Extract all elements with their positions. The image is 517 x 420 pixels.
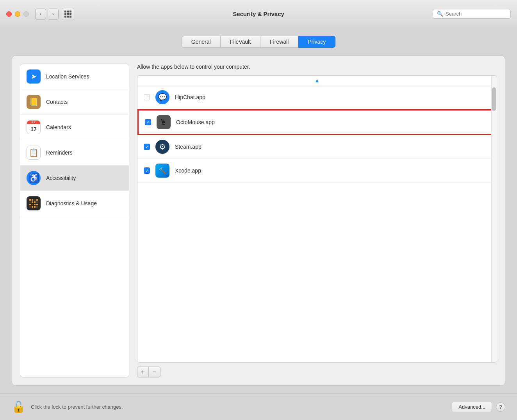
tab-privacy[interactable]: Privacy <box>298 36 335 48</box>
tabs-container: General FileVault Firewall Privacy <box>12 36 505 48</box>
grid-dot <box>67 11 69 12</box>
search-icon: 🔍 <box>437 11 443 17</box>
bottom-bar: 🔓 Click the lock to prevent further chan… <box>0 393 517 420</box>
window-controls <box>6 11 29 17</box>
lock-text: Click the lock to prevent further change… <box>31 404 123 410</box>
grid-dot <box>70 11 71 12</box>
minimize-button[interactable] <box>15 11 20 17</box>
grid-dot <box>64 11 66 12</box>
scroll-up-arrow-icon: ▲ <box>314 77 320 84</box>
scroll-top-indicator: ▲ <box>137 76 497 85</box>
grid-icon <box>64 11 71 18</box>
xcode-checkbox[interactable]: ✓ <box>144 167 150 174</box>
sidebar-label-calendars: Calendars <box>46 124 71 130</box>
titlebar: ‹ › Security & Privacy 🔍 <box>0 0 517 28</box>
sidebar-item-contacts[interactable]: 📒 Contacts <box>20 89 129 115</box>
app-row-steam[interactable]: ✓ ⚙ Steam.app <box>137 135 497 159</box>
cal-body: 17 <box>30 126 37 132</box>
nav-buttons: ‹ › <box>35 9 59 20</box>
contacts-person-icon: 📒 <box>29 97 39 107</box>
diagnostics-icon <box>27 196 41 210</box>
tab-general[interactable]: General <box>182 36 221 48</box>
steam-icon: ⚙ <box>155 140 169 154</box>
xcode-icon: 🔨 <box>155 164 169 178</box>
reminders-list-icon: 📋 <box>29 148 39 157</box>
help-button[interactable]: ? <box>496 402 505 412</box>
window-title: Security & Privacy <box>233 11 284 17</box>
search-input[interactable] <box>446 11 506 17</box>
hipchat-checkbox[interactable] <box>144 94 150 100</box>
sidebar-label-diagnostics: Diagnostics & Usage <box>46 200 97 206</box>
hipchat-app-name: HipChat.app <box>175 94 205 100</box>
sidebar-item-reminders[interactable]: 📋 Reminders <box>20 140 129 166</box>
forward-button[interactable]: › <box>48 9 59 20</box>
reminders-icon: 📋 <box>27 146 41 160</box>
grid-dot <box>70 13 71 15</box>
hipchat-icon: 💬 <box>155 90 169 104</box>
app-list: ▲ 💬 HipChat.app ✓ 🖱 <box>137 75 497 363</box>
sidebar-label-contacts: Contacts <box>46 99 68 105</box>
panel-description: Allow the apps below to control your com… <box>137 64 497 70</box>
accessibility-person-icon: ♿ <box>29 173 39 183</box>
grid-dot <box>64 16 66 18</box>
sidebar-item-location-services[interactable]: ➤ Location Services <box>20 64 129 89</box>
accessibility-icon: ♿ <box>27 171 41 185</box>
xcode-app-name: Xcode.app <box>175 167 201 174</box>
add-app-button[interactable]: + <box>137 367 149 377</box>
location-services-icon: ➤ <box>27 69 41 84</box>
cal-header: JUL <box>27 121 40 124</box>
maximize-button[interactable] <box>23 11 29 17</box>
grid-view-button[interactable] <box>62 8 74 20</box>
lock-icon[interactable]: 🔓 <box>12 400 25 413</box>
tab-firewall[interactable]: Firewall <box>260 36 298 48</box>
sidebar-label-location-services: Location Services <box>46 73 89 80</box>
search-bar[interactable]: 🔍 <box>433 9 511 19</box>
app-row-xcode[interactable]: ✓ 🔨 Xcode.app <box>137 159 497 183</box>
sidebar-label-reminders: Reminders <box>46 149 73 156</box>
close-button[interactable] <box>6 11 12 17</box>
back-button[interactable]: ‹ <box>35 9 46 20</box>
advanced-button[interactable]: Advanced... <box>452 402 492 412</box>
right-panel: Allow the apps below to control your com… <box>137 64 497 377</box>
app-list-inner[interactable]: ▲ 💬 HipChat.app ✓ 🖱 <box>137 76 497 362</box>
sidebar-item-accessibility[interactable]: ♿ Accessibility <box>20 166 129 191</box>
sidebar: ➤ Location Services 📒 Contacts JUL 17 <box>20 64 129 377</box>
contacts-icon: 📒 <box>27 95 41 109</box>
list-controls: + − <box>137 367 497 377</box>
sidebar-item-diagnostics[interactable]: Diagnostics & Usage <box>20 191 129 216</box>
octomouse-checkbox[interactable]: ✓ <box>145 119 151 125</box>
remove-app-button[interactable]: − <box>149 367 160 377</box>
grid-dot <box>70 16 71 18</box>
grid-dot <box>64 13 66 15</box>
location-arrow-icon: ➤ <box>31 72 37 81</box>
app-row-hipchat[interactable]: 💬 HipChat.app <box>137 85 497 109</box>
octomouse-app-name: OctoMouse.app <box>176 119 215 125</box>
sidebar-item-calendars[interactable]: JUL 17 Calendars <box>20 115 129 140</box>
grid-dot <box>67 13 69 15</box>
steam-checkbox[interactable]: ✓ <box>144 144 150 150</box>
scroll-thumb[interactable] <box>492 87 496 111</box>
content-panel: ➤ Location Services 📒 Contacts JUL 17 <box>12 55 505 386</box>
tab-filevault[interactable]: FileVault <box>221 36 260 48</box>
app-row-octomouse[interactable]: ✓ 🖱 OctoMouse.app <box>137 109 497 135</box>
diagnostics-grid-icon <box>29 199 38 208</box>
grid-dot <box>67 16 69 18</box>
steam-app-name: Steam.app <box>175 144 201 150</box>
octomouse-icon: 🖱 <box>157 115 171 129</box>
main-content: General FileVault Firewall Privacy ➤ Loc… <box>0 28 517 393</box>
scrollbar[interactable] <box>491 76 497 362</box>
calendar-icon: JUL 17 <box>27 120 41 134</box>
sidebar-label-accessibility: Accessibility <box>46 175 76 181</box>
bottom-right-controls: Advanced... ? <box>452 402 505 412</box>
